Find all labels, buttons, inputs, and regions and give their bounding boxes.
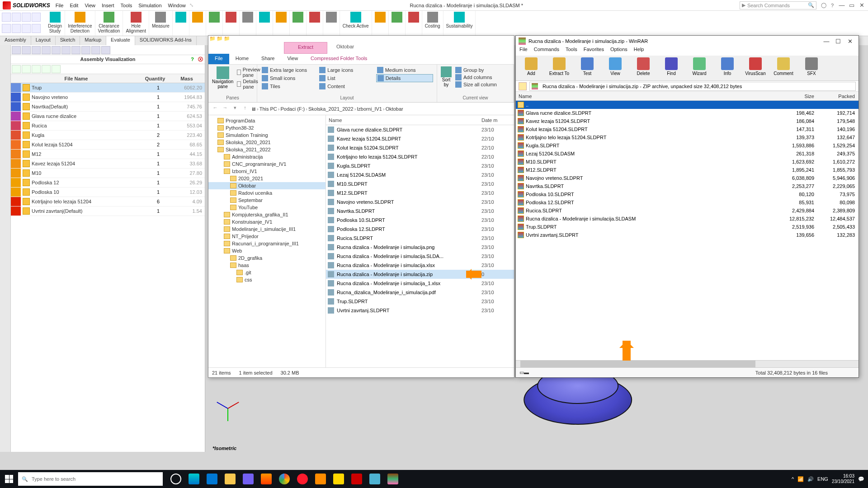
wr-comment-button[interactable]: Comment (770, 56, 797, 80)
mode-icon[interactable] (61, 46, 71, 54)
menu-insert[interactable]: Insert (102, 3, 114, 8)
qat-save-icon[interactable] (22, 13, 31, 22)
vis-row[interactable]: Podloska 10112.03 (11, 188, 205, 197)
cortana-icon[interactable] (167, 470, 184, 488)
vis-tool-icon[interactable] (22, 65, 31, 73)
wr-file-row[interactable]: Podloska 10.SLDPRT80,12073,975 (516, 190, 859, 198)
wr-view-button[interactable]: View (602, 56, 629, 80)
tree-item[interactable]: Skolska_2020_2021 (208, 139, 326, 146)
recent-icon[interactable]: ▾ (231, 105, 239, 113)
file-row[interactable]: Uvrtni zavrtanj.SLDPRT23/10 (326, 306, 514, 315)
ribbon-tab-compressed-folder-tools[interactable]: Compressed Folder Tools (304, 54, 373, 64)
taskbar-search[interactable]: 🔍Type here to search (18, 472, 163, 486)
tree-item[interactable]: Simulation Training (208, 131, 326, 139)
mode-icon[interactable] (42, 46, 51, 54)
wr-file-row[interactable]: Kolut lezaja 51204.SLDPRT147,311140,196 (516, 125, 859, 133)
mail-icon[interactable] (203, 470, 221, 488)
mode-icon[interactable] (91, 46, 100, 54)
help-icon[interactable]: ? (831, 3, 834, 8)
tool-tool-14[interactable] (323, 11, 340, 36)
tool-tool-9[interactable] (240, 11, 256, 36)
winrar-hscrollbar[interactable] (516, 360, 859, 367)
tab-sketch[interactable]: Sketch (56, 36, 80, 45)
tree-item[interactable]: Python38-32 (208, 124, 326, 131)
restore-icon[interactable]: ▭ (848, 2, 855, 9)
vis-row[interactable]: Kotrljajno telo lezaja 5120464.09 (11, 197, 205, 206)
wr-menu-tools[interactable]: Tools (566, 47, 577, 56)
vis-tool-icon[interactable] (12, 65, 21, 73)
menu-window[interactable]: Window (168, 3, 186, 8)
file-row[interactable]: Kavez lezaja 51204.SLDPRT22/10 (326, 134, 514, 143)
edge-icon[interactable] (185, 470, 203, 488)
ribbon-tab-view[interactable]: View (281, 54, 304, 64)
tool-tool-7[interactable] (206, 11, 223, 36)
ribbon-tab-file[interactable]: File (208, 54, 229, 64)
help-icon[interactable]: ? (191, 56, 194, 62)
wr-file-row[interactable]: Kotrljajno telo lezaja 51204.SLDPRT139,3… (516, 133, 859, 141)
view-list[interactable]: List (318, 74, 375, 82)
tool-tool-12[interactable] (290, 11, 307, 36)
tree-item[interactable]: 2020_2021 (208, 175, 326, 182)
file-row[interactable]: Glava rucne dizalice.SLDPRT23/10 (326, 125, 514, 134)
menu-tools[interactable]: Tools (121, 3, 132, 8)
view-content[interactable]: Content (318, 83, 375, 90)
forward-icon[interactable]: → (221, 105, 229, 113)
close-panel-icon[interactable]: ⓧ (198, 56, 203, 63)
crumb[interactable]: Oktobar (386, 106, 403, 112)
file-row[interactable]: Trup.SLDPRT23/10 (326, 297, 514, 306)
view-tiles[interactable]: Tiles (261, 83, 318, 90)
maximize-icon[interactable]: ☐ (832, 38, 844, 45)
mode-icon[interactable] (12, 46, 21, 54)
wr-add-button[interactable]: Add (518, 56, 545, 80)
feature-tree-flyout[interactable] (0, 45, 11, 452)
wr-menu-commands[interactable]: Commands (534, 47, 559, 56)
file-row[interactable]: M10.SLDPRT23/10 (326, 179, 514, 188)
tree-item[interactable]: NT_Prijedor (208, 233, 326, 240)
tree-item[interactable]: Izborni_IV1 (208, 168, 326, 175)
vis-row[interactable]: Kolut lezaja 51204268.65 (11, 140, 205, 150)
wr-menu-favorites[interactable]: Favorites (584, 47, 604, 56)
tree-item[interactable]: CNC_programiranje_IV1 (208, 160, 326, 168)
tree-item[interactable]: Modeliranje_i_simulacije_III1 (208, 225, 326, 233)
file-row[interactable]: Kotrljajno telo lezaja 51204.SLDPRT22/10 (326, 152, 514, 161)
tab-markup[interactable]: Markup (80, 36, 106, 45)
view-micons[interactable]: Medium icons (376, 66, 433, 74)
tree-item[interactable]: YouTube (208, 204, 326, 211)
search-commands[interactable]: ▶ Search Commands 🔍 (740, 1, 816, 9)
file-row[interactable]: Rucica.SLDPRT23/10 (326, 234, 514, 243)
tool-tool-10[interactable] (256, 11, 273, 36)
wr-file-row[interactable]: Podloska 12.SLDPRT85,93180,098 (516, 198, 859, 206)
chevron-up-icon[interactable]: ^ (792, 476, 794, 482)
tab-evaluate[interactable]: Evaluate (106, 36, 135, 45)
winrar-icon[interactable] (384, 470, 401, 488)
wr-file-row[interactable]: .. (516, 101, 859, 109)
file-row[interactable]: Rucna dizalica - Modeliranje i simulacij… (326, 243, 514, 252)
wr-file-row[interactable]: Uvrtni zavrtanj.SLDPRT139,656132,283 (516, 231, 859, 239)
tool-tool-13[interactable] (307, 11, 323, 36)
minimize-icon[interactable]: — (821, 38, 832, 45)
chrome-icon[interactable] (276, 470, 293, 488)
vis-tool-icon[interactable] (52, 65, 61, 73)
wr-menu-help[interactable]: Help (634, 47, 644, 56)
vis-tool-icon[interactable] (32, 65, 41, 73)
vis-row[interactable]: Navojno vreteno11964.83 (11, 93, 205, 102)
tree-item[interactable]: 2D_grafika (208, 254, 326, 262)
vis-row[interactable]: Kavez lezaja 51204133.68 (11, 159, 205, 169)
qat-rebuild-icon[interactable] (22, 24, 31, 33)
wr-file-row[interactable]: M10.SLDPRT1,623,6921,610,272 (516, 158, 859, 166)
mediaplayer-icon[interactable] (312, 470, 329, 488)
wr-file-row[interactable]: Glava rucne dizalice.SLDPRT198,462192,71… (516, 109, 859, 117)
winrar-filelist[interactable]: ..Glava rucne dizalice.SLDPRT198,462192,… (516, 101, 859, 360)
close-icon[interactable]: ✕ (858, 2, 865, 9)
ribbon-tab-home[interactable]: Home (229, 54, 255, 64)
wr-file-row[interactable]: Trup.SLDPRT2,519,9362,505,433 (516, 223, 859, 231)
tool-design-study[interactable]: Design Study (45, 11, 65, 36)
tool-tool-6[interactable] (189, 11, 206, 36)
wr-find-button[interactable]: Find (658, 56, 685, 80)
tool-tool-17[interactable] (389, 11, 406, 36)
qat-new-icon[interactable] (2, 24, 11, 33)
file-row[interactable]: Kugla.SLDPRT23/10 (326, 161, 514, 170)
wr-file-row[interactable]: Rucna dizalica - Modeliranje i simulacij… (516, 215, 859, 223)
wr-delete-button[interactable]: Delete (630, 56, 657, 80)
opera-icon[interactable] (294, 470, 311, 488)
